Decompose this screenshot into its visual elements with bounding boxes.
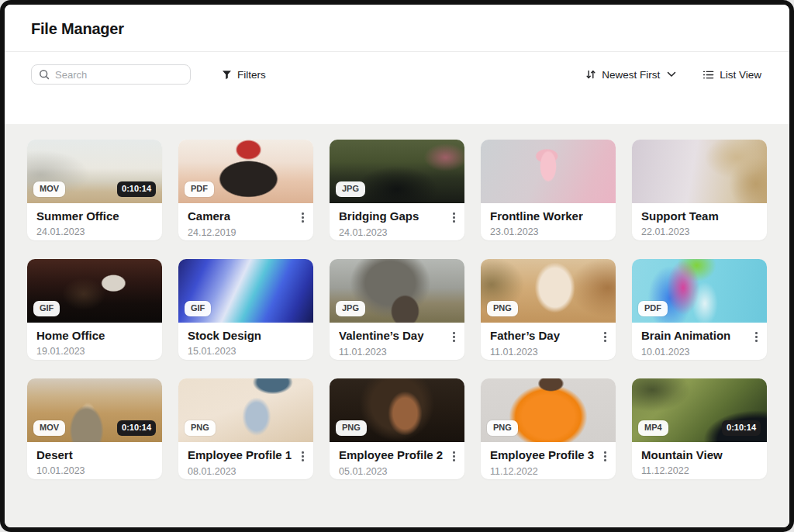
chevron-down-icon <box>667 71 676 78</box>
file-date: 11.12.2022 <box>641 465 758 476</box>
file-info: Summer Office 24.01.2023 <box>27 203 162 240</box>
duration-badge: 0:10:14 <box>117 420 156 436</box>
file-date: 08.01.2023 <box>188 466 304 477</box>
file-card[interactable]: PNG Employee Profile 3 11.12.2022 <box>481 378 616 479</box>
file-card[interactable]: PNG Father’s Day 11.01.2023 <box>481 259 616 360</box>
file-info: Mountain View 11.12.2022 <box>632 442 767 479</box>
file-type-badge: JPG <box>336 301 365 316</box>
file-date: 22.01.2023 <box>641 226 758 237</box>
file-card[interactable]: Support Team 22.01.2023 <box>632 140 767 240</box>
file-thumbnail: MOV 0:10:14 <box>27 378 162 442</box>
file-card[interactable]: Frontline Worker 23.01.2023 <box>481 140 616 240</box>
file-thumbnail: GIF <box>27 259 162 323</box>
file-type-badge: PDF <box>185 181 214 197</box>
file-date: 05.01.2023 <box>339 466 455 477</box>
kebab-menu-icon[interactable] <box>600 330 610 344</box>
file-date: 24.01.2023 <box>339 227 455 238</box>
file-thumbnail: PNG <box>481 378 616 442</box>
file-card[interactable]: MP4 0:10:14 Mountain View 11.12.2022 <box>632 378 767 479</box>
file-thumbnail: PDF <box>632 259 767 323</box>
duration-badge: 0:10:14 <box>117 181 156 197</box>
file-title: Frontline Worker <box>490 209 583 224</box>
file-type-badge: GIF <box>185 301 211 316</box>
file-date: 23.01.2023 <box>490 226 606 237</box>
file-info: Bridging Gaps 24.01.2023 <box>330 203 464 240</box>
file-thumbnail: MP4 0:10:14 <box>632 378 767 442</box>
file-card[interactable]: MOV 0:10:14 Desert 10.01.2023 <box>27 378 162 479</box>
page-title: File Manager <box>31 20 763 38</box>
file-info: Stock Design 15.01.2023 <box>178 323 313 360</box>
file-thumbnail: JPG <box>330 259 464 323</box>
file-title: Brain Animation <box>641 329 730 344</box>
file-date: 11.01.2023 <box>490 347 606 358</box>
file-title: Employee Profile 1 <box>188 448 292 463</box>
file-title: Summer Office <box>36 209 119 224</box>
file-thumbnail: PDF <box>178 140 313 203</box>
funnel-icon <box>222 70 232 80</box>
kebab-menu-icon[interactable] <box>449 330 459 344</box>
file-thumbnail: GIF <box>178 259 313 323</box>
file-date: 11.12.2022 <box>490 466 606 477</box>
kebab-menu-icon[interactable] <box>600 449 610 464</box>
file-type-badge: PNG <box>487 301 518 316</box>
file-date: 19.01.2023 <box>36 346 153 357</box>
file-title: Bridging Gaps <box>339 209 419 224</box>
file-type-badge: GIF <box>33 301 60 316</box>
file-title: Camera <box>188 209 230 224</box>
file-type-badge: JPG <box>336 181 365 197</box>
file-info: Support Team 22.01.2023 <box>632 203 767 240</box>
file-card[interactable]: GIF Stock Design 15.01.2023 <box>178 259 313 360</box>
kebab-menu-icon[interactable] <box>449 449 459 464</box>
filters-button[interactable]: Filters <box>220 66 268 84</box>
file-type-badge: PNG <box>336 420 367 436</box>
file-thumbnail: PNG <box>330 378 464 442</box>
file-thumbnail <box>481 140 616 203</box>
file-type-badge: MOV <box>33 420 65 436</box>
file-card[interactable]: MOV 0:10:14 Summer Office 24.01.2023 <box>27 140 162 240</box>
file-title: Mountain View <box>641 448 723 463</box>
file-info: Brain Animation 10.01.2023 <box>632 323 767 360</box>
file-title: Home Office <box>36 329 105 344</box>
file-date: 10.01.2023 <box>641 347 758 358</box>
file-card[interactable]: PNG Employee Profile 1 08.01.2023 <box>178 378 313 479</box>
file-info: Desert 10.01.2023 <box>27 442 162 479</box>
list-view-label: List View <box>720 69 761 81</box>
sort-arrows-icon <box>585 69 596 80</box>
file-card[interactable]: JPG Valentine’s Day 11.01.2023 <box>330 259 464 360</box>
sort-label: Newest First <box>602 69 660 81</box>
file-type-badge: PNG <box>487 420 518 436</box>
duration-badge: 0:10:14 <box>722 420 761 436</box>
file-date: 10.01.2023 <box>36 465 153 476</box>
file-card[interactable]: PNG Employee Profile 2 05.01.2023 <box>330 378 464 479</box>
file-info: Home Office 19.01.2023 <box>27 323 162 360</box>
file-type-badge: MOV <box>33 181 65 197</box>
file-date: 24.12.2019 <box>188 227 304 238</box>
file-card[interactable]: PDF Camera 24.12.2019 <box>178 140 313 240</box>
file-card[interactable]: JPG Bridging Gaps 24.01.2023 <box>330 140 464 240</box>
file-info: Camera 24.12.2019 <box>178 203 313 240</box>
file-thumbnail: PNG <box>481 259 616 323</box>
search-input[interactable] <box>31 64 191 85</box>
kebab-menu-icon[interactable] <box>298 449 308 464</box>
toolbar: Filters Newest First <box>5 52 789 124</box>
file-type-badge: PDF <box>638 301 668 316</box>
file-title: Father’s Day <box>490 329 560 344</box>
list-view-icon <box>703 70 714 80</box>
file-info: Employee Profile 1 08.01.2023 <box>178 442 313 479</box>
kebab-menu-icon[interactable] <box>449 210 459 225</box>
file-thumbnail: PNG <box>178 378 313 442</box>
kebab-menu-icon[interactable] <box>751 330 761 344</box>
file-title: Employee Profile 2 <box>339 448 443 463</box>
file-card[interactable]: GIF Home Office 19.01.2023 <box>27 259 162 360</box>
file-card[interactable]: PDF Brain Animation 10.01.2023 <box>632 259 767 360</box>
page-header: File Manager <box>5 5 789 52</box>
file-thumbnail <box>632 140 767 203</box>
file-date: 24.01.2023 <box>36 226 153 237</box>
search-field[interactable] <box>55 69 183 81</box>
file-title: Support Team <box>641 209 719 224</box>
list-view-toggle[interactable]: List View <box>701 66 763 84</box>
sort-dropdown[interactable]: Newest First <box>584 66 678 84</box>
file-thumbnail: MOV 0:10:14 <box>27 140 162 203</box>
file-type-badge: PNG <box>185 420 216 436</box>
kebab-menu-icon[interactable] <box>298 210 308 225</box>
